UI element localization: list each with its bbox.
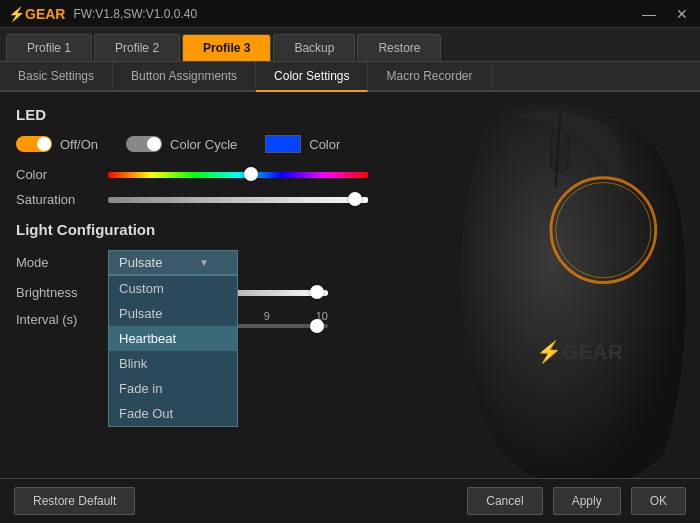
tab-button-assignments[interactable]: Button Assignments — [113, 62, 256, 90]
mouse-image: ⚡GEAR — [430, 92, 700, 492]
color-label: Color — [309, 137, 340, 152]
mode-selected-value: Pulsate — [119, 255, 162, 270]
cancel-button[interactable]: Cancel — [467, 487, 542, 515]
led-colorcycle-option: Color Cycle — [126, 136, 237, 152]
apply-button[interactable]: Apply — [553, 487, 621, 515]
svg-text:⚡GEAR: ⚡GEAR — [536, 339, 623, 365]
brightness-label: Brightness — [16, 285, 96, 300]
dropdown-arrow-icon: ▼ — [199, 257, 209, 268]
firmware-version: FW:V1.8,SW:V1.0.0.40 — [73, 7, 197, 21]
minimize-button[interactable]: — — [638, 6, 660, 22]
dropdown-item-heartbeat[interactable]: Heartbeat — [109, 326, 237, 351]
fnatic-logo: ⚡GEAR — [8, 6, 65, 22]
interval-slider-thumb[interactable] — [310, 319, 324, 333]
profile-tabs: Profile 1 Profile 2 Profile 3 Backup Res… — [0, 28, 700, 62]
tab-color-settings[interactable]: Color Settings — [256, 62, 368, 92]
offon-label: Off/On — [60, 137, 98, 152]
main-content: ⚡GEAR LED Off/On Color Cycle Color — [0, 92, 700, 522]
profile-tab-backup[interactable]: Backup — [273, 34, 355, 61]
colorcycle-label: Color Cycle — [170, 137, 237, 152]
restore-default-button[interactable]: Restore Default — [14, 487, 135, 515]
dropdown-item-custom[interactable]: Custom — [109, 276, 237, 301]
close-button[interactable]: ✕ — [672, 6, 692, 22]
tab-basic-settings[interactable]: Basic Settings — [0, 62, 113, 90]
bottom-right-buttons: Cancel Apply OK — [467, 487, 686, 515]
interval-label: Interval (s) — [16, 312, 96, 327]
led-color-option: Color — [265, 135, 340, 153]
title-bar: ⚡GEAR FW:V1.8,SW:V1.0.0.40 — ✕ — [0, 0, 700, 28]
dropdown-item-fadeout[interactable]: Fade Out — [109, 401, 237, 426]
color-slider-track[interactable] — [108, 172, 368, 178]
profile-tab-restore[interactable]: Restore — [357, 34, 441, 61]
mode-dropdown-button[interactable]: Pulsate ▼ — [108, 250, 238, 275]
saturation-slider-label: Saturation — [16, 192, 96, 207]
section-tabs: Basic Settings Button Assignments Color … — [0, 62, 700, 92]
dropdown-item-blink[interactable]: Blink — [109, 351, 237, 376]
title-bar-right: — ✕ — [638, 6, 692, 22]
color-slider-label: Color — [16, 167, 96, 182]
dropdown-item-pulsate[interactable]: Pulsate — [109, 301, 237, 326]
saturation-slider-track[interactable] — [108, 197, 368, 203]
ok-button[interactable]: OK — [631, 487, 686, 515]
mode-dropdown-wrapper: Pulsate ▼ Custom Pulsate Heartbeat Blink… — [108, 250, 238, 275]
bottom-bar: Restore Default Cancel Apply OK — [0, 478, 700, 523]
dropdown-item-fadein[interactable]: Fade in — [109, 376, 237, 401]
title-bar-left: ⚡GEAR FW:V1.8,SW:V1.0.0.40 — [8, 6, 197, 22]
mode-dropdown-menu: Custom Pulsate Heartbeat Blink Fade in F… — [108, 275, 238, 427]
mode-label: Mode — [16, 255, 96, 270]
color-swatch[interactable] — [265, 135, 301, 153]
led-offon-option: Off/On — [16, 136, 98, 152]
profile-tab-3[interactable]: Profile 3 — [182, 34, 271, 61]
saturation-slider-thumb[interactable] — [348, 192, 362, 206]
offon-toggle[interactable] — [16, 136, 52, 152]
colorcycle-toggle[interactable] — [126, 136, 162, 152]
brightness-slider-thumb[interactable] — [310, 285, 324, 299]
profile-tab-1[interactable]: Profile 1 — [6, 34, 92, 61]
profile-tab-2[interactable]: Profile 2 — [94, 34, 180, 61]
interval-num-9: 9 — [264, 310, 270, 322]
tab-macro-recorder[interactable]: Macro Recorder — [368, 62, 491, 90]
color-slider-thumb[interactable] — [244, 167, 258, 181]
